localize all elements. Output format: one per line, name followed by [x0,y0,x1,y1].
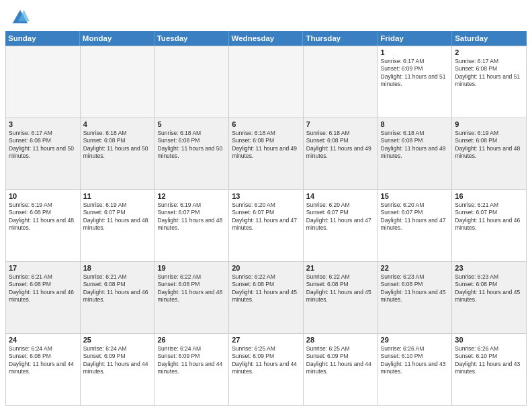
calendar-cell: 29Sunrise: 6:26 AMSunset: 6:10 PMDayligh… [378,334,453,406]
calendar-cell [304,46,378,118]
cell-info: Sunrise: 6:19 AMSunset: 6:07 PMDaylight:… [83,201,152,232]
calendar-cell: 4Sunrise: 6:18 AMSunset: 6:08 PMDaylight… [81,118,155,190]
day-number: 3 [9,120,77,128]
day-number: 24 [9,336,77,344]
calendar-cell: 15Sunrise: 6:20 AMSunset: 6:07 PMDayligh… [378,190,453,262]
calendar-cell: 7Sunrise: 6:18 AMSunset: 6:08 PMDaylight… [304,118,378,190]
calendar-cell: 11Sunrise: 6:19 AMSunset: 6:07 PMDayligh… [81,190,155,262]
day-number: 6 [232,120,300,128]
day-number: 29 [381,336,449,344]
calendar-cell: 1Sunrise: 6:17 AMSunset: 6:09 PMDaylight… [378,46,453,118]
calendar-body: 1Sunrise: 6:17 AMSunset: 6:09 PMDaylight… [5,46,527,406]
calendar-cell: 24Sunrise: 6:24 AMSunset: 6:08 PMDayligh… [6,334,81,406]
day-number: 12 [157,192,226,200]
header [0,0,532,31]
cell-info: Sunrise: 6:22 AMSunset: 6:08 PMDaylight:… [306,273,375,304]
calendar-cell: 14Sunrise: 6:20 AMSunset: 6:07 PMDayligh… [304,190,378,262]
calendar-cell: 30Sunrise: 6:26 AMSunset: 6:10 PMDayligh… [452,334,527,406]
calendar-cell [6,46,81,118]
calendar-cell: 27Sunrise: 6:25 AMSunset: 6:09 PMDayligh… [229,334,304,406]
calendar-cell: 28Sunrise: 6:25 AMSunset: 6:09 PMDayligh… [304,334,378,406]
calendar-cell [154,46,229,118]
calendar-cell: 10Sunrise: 6:19 AMSunset: 6:08 PMDayligh… [6,190,81,262]
calendar-cell: 13Sunrise: 6:20 AMSunset: 6:07 PMDayligh… [229,190,304,262]
day-number: 22 [381,264,449,272]
calendar-cell: 22Sunrise: 6:23 AMSunset: 6:08 PMDayligh… [378,262,453,334]
cell-info: Sunrise: 6:18 AMSunset: 6:08 PMDaylight:… [83,130,152,161]
cell-info: Sunrise: 6:26 AMSunset: 6:10 PMDaylight:… [455,345,523,376]
page: SundayMondayTuesdayWednesdayThursdayFrid… [0,0,532,411]
day-number: 16 [455,192,523,200]
day-number: 5 [157,120,226,128]
day-number: 20 [232,264,300,272]
day-number: 25 [83,336,152,344]
day-number: 26 [157,336,226,344]
logo-icon [11,8,30,27]
day-number: 1 [381,48,449,56]
calendar-cell: 2Sunrise: 6:17 AMSunset: 6:08 PMDaylight… [452,46,527,118]
day-number: 28 [306,336,375,344]
day-number: 17 [9,264,77,272]
cell-info: Sunrise: 6:22 AMSunset: 6:08 PMDaylight:… [232,273,300,304]
cell-info: Sunrise: 6:17 AMSunset: 6:09 PMDaylight:… [381,58,449,89]
cell-info: Sunrise: 6:23 AMSunset: 6:08 PMDaylight:… [455,273,523,304]
cell-info: Sunrise: 6:25 AMSunset: 6:09 PMDaylight:… [232,345,300,376]
cell-info: Sunrise: 6:18 AMSunset: 6:08 PMDaylight:… [381,130,449,161]
cell-info: Sunrise: 6:21 AMSunset: 6:07 PMDaylight:… [455,201,523,232]
cell-info: Sunrise: 6:19 AMSunset: 6:07 PMDaylight:… [157,201,226,232]
calendar-cell: 12Sunrise: 6:19 AMSunset: 6:07 PMDayligh… [154,190,229,262]
cell-info: Sunrise: 6:24 AMSunset: 6:08 PMDaylight:… [9,345,77,376]
day-number: 10 [9,192,77,200]
cell-info: Sunrise: 6:17 AMSunset: 6:08 PMDaylight:… [9,130,77,161]
day-number: 7 [306,120,375,128]
cell-info: Sunrise: 6:19 AMSunset: 6:08 PMDaylight:… [455,130,523,161]
day-number: 2 [455,48,523,56]
calendar-cell: 20Sunrise: 6:22 AMSunset: 6:08 PMDayligh… [229,262,304,334]
cell-info: Sunrise: 6:18 AMSunset: 6:08 PMDaylight:… [306,130,375,161]
calendar-cell: 17Sunrise: 6:21 AMSunset: 6:08 PMDayligh… [6,262,81,334]
weekday-header: Saturday [452,31,527,46]
calendar: SundayMondayTuesdayWednesdayThursdayFrid… [0,31,532,411]
weekday-header: Monday [80,31,154,46]
cell-info: Sunrise: 6:20 AMSunset: 6:07 PMDaylight:… [232,201,300,232]
calendar-cell [229,46,304,118]
cell-info: Sunrise: 6:21 AMSunset: 6:08 PMDaylight:… [83,273,152,304]
calendar-cell: 5Sunrise: 6:18 AMSunset: 6:08 PMDaylight… [154,118,229,190]
calendar-cell: 6Sunrise: 6:18 AMSunset: 6:08 PMDaylight… [229,118,304,190]
calendar-cell: 25Sunrise: 6:24 AMSunset: 6:09 PMDayligh… [81,334,155,406]
cell-info: Sunrise: 6:18 AMSunset: 6:08 PMDaylight:… [157,130,226,161]
calendar-cell: 16Sunrise: 6:21 AMSunset: 6:07 PMDayligh… [452,190,527,262]
day-number: 13 [232,192,300,200]
cell-info: Sunrise: 6:17 AMSunset: 6:08 PMDaylight:… [455,58,523,89]
cell-info: Sunrise: 6:21 AMSunset: 6:08 PMDaylight:… [9,273,77,304]
calendar-cell: 9Sunrise: 6:19 AMSunset: 6:08 PMDaylight… [452,118,527,190]
calendar-cell: 3Sunrise: 6:17 AMSunset: 6:08 PMDaylight… [6,118,81,190]
day-number: 11 [83,192,152,200]
day-number: 19 [157,264,226,272]
calendar-header: SundayMondayTuesdayWednesdayThursdayFrid… [5,31,527,46]
day-number: 14 [306,192,375,200]
cell-info: Sunrise: 6:20 AMSunset: 6:07 PMDaylight:… [381,201,449,232]
cell-info: Sunrise: 6:20 AMSunset: 6:07 PMDaylight:… [306,201,375,232]
day-number: 18 [83,264,152,272]
day-number: 9 [455,120,523,128]
weekday-header: Friday [378,31,452,46]
calendar-cell: 21Sunrise: 6:22 AMSunset: 6:08 PMDayligh… [304,262,378,334]
cell-info: Sunrise: 6:18 AMSunset: 6:08 PMDaylight:… [232,130,300,161]
weekday-header: Sunday [5,31,80,46]
calendar-cell: 18Sunrise: 6:21 AMSunset: 6:08 PMDayligh… [81,262,155,334]
logo [11,8,31,27]
weekday-header: Thursday [303,31,378,46]
day-number: 21 [306,264,375,272]
cell-info: Sunrise: 6:25 AMSunset: 6:09 PMDaylight:… [306,345,375,376]
calendar-cell: 8Sunrise: 6:18 AMSunset: 6:08 PMDaylight… [378,118,453,190]
cell-info: Sunrise: 6:26 AMSunset: 6:10 PMDaylight:… [381,345,449,376]
cell-info: Sunrise: 6:24 AMSunset: 6:09 PMDaylight:… [83,345,152,376]
day-number: 8 [381,120,449,128]
cell-info: Sunrise: 6:24 AMSunset: 6:09 PMDaylight:… [157,345,226,376]
day-number: 30 [455,336,523,344]
weekday-header: Tuesday [154,31,229,46]
calendar-cell: 19Sunrise: 6:22 AMSunset: 6:08 PMDayligh… [154,262,229,334]
day-number: 4 [83,120,152,128]
day-number: 27 [232,336,300,344]
